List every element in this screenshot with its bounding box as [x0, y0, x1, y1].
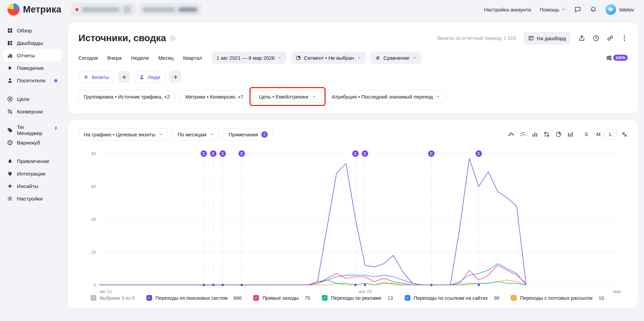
- sidebar-item-label: Конверсии: [17, 109, 43, 115]
- chevron-down-icon: [278, 56, 282, 60]
- period-tab[interactable]: Вчера: [108, 55, 122, 61]
- period-tab[interactable]: Месяц: [158, 55, 173, 61]
- export-icon[interactable]: [578, 35, 585, 42]
- add-to-dashboard-button[interactable]: На дашборд: [523, 32, 571, 45]
- legend-item[interactable]: ✓Переходы по ссылкам на сайтах90: [405, 295, 500, 301]
- pie-chart-icon[interactable]: [553, 129, 564, 139]
- sidebar-item-insights[interactable]: Инсайты: [3, 180, 62, 192]
- dashboards-icon: [7, 40, 13, 46]
- copy-link-icon[interactable]: [607, 35, 614, 42]
- sidebar-item-dashboards[interactable]: Дашборды: [3, 37, 62, 49]
- notification-dot: [54, 79, 57, 82]
- period-tab[interactable]: Неделя: [131, 55, 149, 61]
- annotation-dot[interactable]: [478, 284, 480, 286]
- stacked-bars-icon[interactable]: [542, 129, 552, 139]
- collapse-chart-icon[interactable]: [621, 131, 628, 138]
- sidebar-item-variocube[interactable]: Вариокуб: [3, 136, 62, 149]
- sidebar-item-conversions[interactable]: Конверсии: [3, 105, 62, 118]
- annotation-dot[interactable]: [212, 284, 214, 286]
- chart-line[interactable]: [99, 265, 526, 285]
- period-tab[interactable]: Сегодня: [78, 55, 98, 61]
- annotation-dot[interactable]: [430, 284, 432, 286]
- legend-item[interactable]: ✓Переходы из поисковых систем686: [146, 295, 242, 301]
- legend-select-all[interactable]: ✓Выбрано 5 из 5: [91, 295, 135, 301]
- sidebar-item-settings[interactable]: Настройки: [3, 192, 62, 205]
- people-metric-chip[interactable]: Люди: [134, 71, 165, 83]
- sidebar-item-reports[interactable]: Отчеты: [3, 49, 62, 62]
- stacked-line-icon[interactable]: [518, 129, 528, 139]
- annotation-marker-label: C: [212, 152, 215, 156]
- sidebar-item-tag-manager[interactable]: Тег Менеджерβ: [3, 124, 62, 136]
- chart-size-l[interactable]: L: [604, 129, 617, 140]
- bar-chart-icon[interactable]: [530, 129, 540, 139]
- chart-line[interactable]: [99, 264, 526, 285]
- annotation-dot[interactable]: [240, 284, 243, 286]
- chart-size-s[interactable]: S: [580, 129, 592, 140]
- legend-item[interactable]: ✓Прямые заходы75: [253, 295, 310, 301]
- plug-icon: [7, 171, 13, 177]
- help-menu[interactable]: Помощь: [540, 7, 566, 12]
- smooth-line-icon[interactable]: [506, 129, 516, 139]
- annotation-marker-label: C: [364, 152, 366, 156]
- attribution-chip[interactable]: Атрибуция • Последний значимый переход: [326, 90, 446, 103]
- checkbox-icon[interactable]: ✓: [253, 295, 259, 301]
- chart-line[interactable]: [99, 159, 526, 285]
- sampling-control[interactable]: 100%: [606, 55, 628, 61]
- notifications-bell-icon[interactable]: [590, 6, 597, 13]
- metrics-chip[interactable]: Метрики • Конверсия, +7: [180, 90, 249, 103]
- notes-button[interactable]: Примечания 5: [223, 128, 273, 141]
- goal-chip[interactable]: Цель • Емейлтрекинг: [254, 90, 321, 103]
- status-dot: [75, 8, 78, 11]
- target-icon: [7, 96, 13, 102]
- granularity-selector[interactable]: По месяцам: [172, 128, 219, 141]
- chart-metric-selector[interactable]: На графике • Целевые визиты: [78, 128, 168, 141]
- traffic-sources-line-chart[interactable]: 020406080авг 21дек 23марCCCCCCCC: [78, 143, 628, 293]
- redacted-text: [143, 7, 175, 12]
- checkbox-icon[interactable]: ✓: [405, 295, 410, 301]
- checkbox-icon[interactable]: ✓: [322, 295, 328, 301]
- chart-card: На графике • Целевые визиты По месяцам П…: [68, 120, 638, 307]
- person-icon: [7, 78, 13, 83]
- annotation-dot[interactable]: [221, 284, 224, 286]
- annotation-dot[interactable]: [202, 284, 205, 286]
- legend-item[interactable]: ✓Переходы по рекламе13: [322, 295, 393, 301]
- counter-selector-primary[interactable]: [71, 3, 135, 16]
- period-tabs: СегодняВчераНеделяМесяцКвартал: [78, 55, 202, 61]
- annotation-dot[interactable]: [364, 284, 366, 286]
- highlight-rectangle: Цель • Емейлтрекинг: [249, 87, 326, 106]
- sidebar-item-overview[interactable]: Обзор: [3, 24, 62, 37]
- columns-icon[interactable]: [565, 129, 575, 139]
- date-range-selector[interactable]: 1 авг 2021 — 8 мар 2026: [212, 52, 286, 64]
- account-settings-link[interactable]: Настройка аккаунта: [484, 7, 531, 12]
- add-visits-metric-button[interactable]: [118, 71, 130, 83]
- checkbox-icon[interactable]: ✓: [511, 295, 517, 301]
- more-menu-icon[interactable]: [621, 35, 628, 42]
- sidebar-item-goals[interactable]: Цели: [3, 93, 62, 105]
- app-title: Метрика: [23, 4, 61, 15]
- counter-selector-secondary[interactable]: [139, 3, 201, 16]
- annotation-dot[interactable]: [354, 284, 357, 286]
- sidebar-item-behavior[interactable]: Поведение: [3, 62, 62, 74]
- chat-icon[interactable]: [574, 6, 581, 13]
- y-axis-label: 20: [91, 250, 96, 255]
- sidebar-item-integrations[interactable]: Интеграции: [3, 167, 62, 180]
- sidebar-item-label: Настройки: [17, 196, 43, 202]
- metrika-logo[interactable]: Метрика: [7, 3, 61, 16]
- legend-item[interactable]: ✓Переходы с почтовых рассылок10: [511, 295, 604, 301]
- comparison-selector[interactable]: Сравнение: [371, 52, 421, 64]
- plus-icon: [122, 75, 127, 80]
- checkbox-icon[interactable]: ✓: [91, 295, 96, 301]
- add-people-metric-button[interactable]: [169, 71, 182, 83]
- grouping-chip[interactable]: Группировка • Источник трафика, +2: [78, 90, 175, 103]
- period-tab[interactable]: Квартал: [183, 55, 202, 61]
- sidebar-item-visitors[interactable]: Посетители: [3, 74, 62, 87]
- sidebar-item-label: Дашборды: [17, 40, 43, 46]
- checkbox-icon[interactable]: ✓: [146, 295, 152, 301]
- user-menu[interactable]: lidolov: [605, 4, 634, 15]
- chart-size-m[interactable]: M: [592, 129, 604, 140]
- segment-selector[interactable]: Сегмент • Не выбран: [291, 52, 366, 64]
- sidebar-item-acquisition[interactable]: Привлечение: [3, 155, 62, 167]
- visits-metric-chip[interactable]: Визиты: [78, 71, 114, 83]
- history-icon[interactable]: [593, 35, 599, 42]
- info-icon[interactable]: [170, 35, 175, 41]
